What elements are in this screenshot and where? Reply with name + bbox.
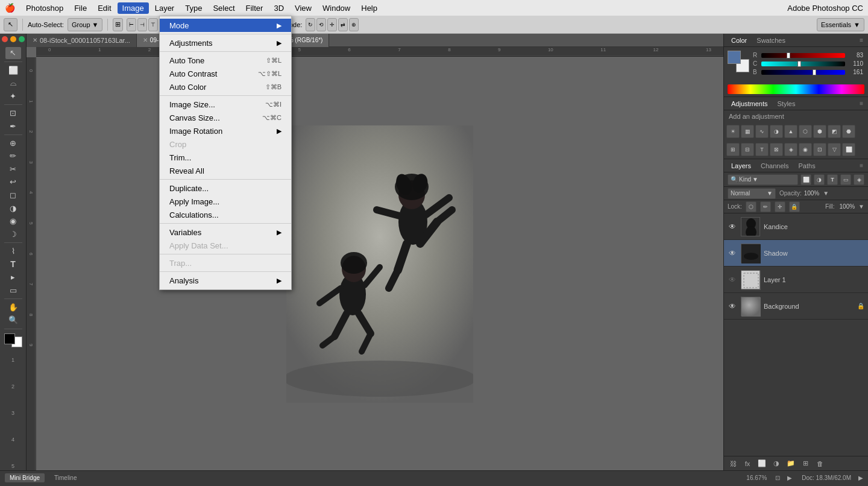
add-style-btn[interactable]: fx [742, 458, 753, 469]
adj-levels-btn[interactable]: ▦ [741, 125, 754, 138]
menu-layer[interactable]: Layer [150, 2, 180, 14]
text-tool[interactable]: T [5, 258, 21, 270]
align-right-btn[interactable]: ⊤ [148, 18, 158, 31]
maximize-btn[interactable] [19, 36, 25, 42]
adj-down-btn[interactable]: ▽ [828, 143, 841, 156]
layer-row-background[interactable]: 👁 Background � [724, 293, 868, 320]
canvas-toggle-btn[interactable]: ⊡ [775, 475, 780, 481]
b-slider-track[interactable] [761, 70, 845, 75]
zoom-tool[interactable]: 🔍 [5, 314, 21, 326]
transform-controls-btn[interactable]: ⊞ [113, 18, 123, 31]
move-tool[interactable]: ↖ [5, 47, 21, 59]
add-adjustment-layer-btn[interactable]: ◑ [771, 458, 782, 469]
menu-item-variables[interactable]: Variables ▶ [160, 226, 291, 239]
pen-tool[interactable]: ⌇ [5, 245, 21, 257]
menu-item-analysis[interactable]: Analysis ▶ [160, 274, 291, 287]
layer1-visibility-toggle[interactable]: 👁 [728, 275, 737, 285]
menu-type[interactable]: Type [180, 2, 207, 14]
gradient-tool[interactable]: ◑ [5, 202, 21, 214]
delete-layer-btn[interactable]: 🗑 [814, 458, 825, 469]
3d-rotate-btn[interactable]: ↻ [306, 18, 315, 31]
apple-menu[interactable]: 🍎 [5, 3, 15, 13]
foreground-color[interactable] [4, 333, 15, 344]
menu-item-canvas-size[interactable]: Canvas Size... ⌥⌘C [160, 111, 291, 124]
paths-tab[interactable]: Paths [796, 161, 818, 171]
color-tab[interactable]: Color [729, 36, 749, 45]
menu-view[interactable]: View [290, 2, 316, 14]
menu-file[interactable]: File [69, 2, 92, 14]
channels-tab[interactable]: Channels [758, 161, 791, 171]
menu-photoshop[interactable]: Photoshop [21, 2, 68, 14]
dodge-tool[interactable]: ☽ [5, 228, 21, 240]
r-slider-track[interactable] [761, 53, 845, 58]
menu-help[interactable]: Help [356, 2, 382, 14]
background-visibility-toggle[interactable]: 👁 [728, 301, 737, 311]
shape-tool[interactable]: ▭ [5, 284, 21, 296]
adj-exposure-btn[interactable]: ◑ [770, 125, 783, 138]
menu-item-apply-image[interactable]: Apply Image... [160, 195, 291, 208]
adjustments-tab[interactable]: Adjustments [729, 99, 770, 109]
adj-colorbalance-btn[interactable]: ⬢ [813, 125, 826, 138]
fill-value[interactable]: 100% [840, 203, 855, 210]
path-select-tool[interactable]: ▸ [5, 271, 21, 283]
adj-bw-btn[interactable]: ◩ [828, 125, 841, 138]
doc-tab-2-close[interactable]: ✕ [143, 37, 148, 43]
menu-item-image-size[interactable]: Image Size... ⌥⌘I [160, 98, 291, 111]
align-left-btn[interactable]: ⊢ [127, 18, 136, 31]
lock-pixels-btn[interactable]: ✏ [760, 201, 771, 212]
layer-kind-shape-btn[interactable]: ▭ [840, 174, 851, 185]
menu-3d[interactable]: 3D [269, 2, 289, 14]
layers-tab[interactable]: Layers [729, 161, 753, 171]
menu-item-reveal-all[interactable]: Reveal All [160, 164, 291, 177]
adj-threshold-btn[interactable]: ⊠ [770, 143, 783, 156]
lock-transparent-btn[interactable]: ⬡ [746, 201, 756, 212]
adj-vibrance-btn[interactable]: ▲ [784, 125, 797, 138]
brush-tool[interactable]: ✏ [5, 150, 21, 162]
panel-expand-icon[interactable]: ≡ [860, 37, 863, 43]
lock-all-btn[interactable]: 🔒 [789, 201, 800, 212]
adj-photo-btn[interactable]: ⬣ [842, 125, 855, 138]
adj-posterize-btn[interactable]: T [755, 143, 769, 156]
menu-item-image-rotation[interactable]: Image Rotation ▶ [160, 124, 291, 137]
layer-kind-type-btn[interactable]: T [827, 174, 838, 185]
adj-panel-expand[interactable]: ≡ [860, 100, 863, 107]
layer-filter-kind[interactable]: 🔍 Kind ▼ [728, 174, 798, 185]
lock-position-btn[interactable]: ✛ [775, 201, 785, 212]
menu-item-mode[interactable]: Mode ▶ [160, 19, 291, 32]
hand-tool[interactable]: ✋ [5, 301, 21, 314]
auto-select-group[interactable]: Group ▼ [68, 18, 102, 31]
menu-item-duplicate[interactable]: Duplicate... [160, 181, 291, 195]
align-center-btn[interactable]: ⊣ [137, 18, 147, 31]
timeline-tab[interactable]: Timeline [49, 473, 81, 482]
menu-edit[interactable]: Edit [93, 2, 116, 14]
c-slider-track[interactable] [761, 62, 845, 66]
c-slider-thumb[interactable] [797, 61, 801, 67]
layer-kind-smart-btn[interactable]: ◈ [854, 174, 864, 185]
menu-image[interactable]: Image [118, 2, 149, 14]
add-group-btn[interactable]: 📁 [785, 458, 796, 469]
minimize-btn[interactable] [10, 36, 16, 42]
canvas-arrow-btn[interactable]: ▶ [787, 475, 792, 481]
menu-item-calculations[interactable]: Calculations... [160, 208, 291, 221]
layer-row-layer1[interactable]: 👁 Layer 1 [724, 267, 868, 293]
new-layer-btn[interactable]: ⊞ [800, 458, 811, 469]
doc-tab-1[interactable]: ✕ 08-iStock_000011057163Lar... [27, 34, 137, 47]
menu-select[interactable]: Select [208, 2, 239, 14]
mini-bridge-tab[interactable]: Mini Bridge [5, 473, 45, 482]
doc-tab-1-close[interactable]: ✕ [33, 37, 37, 43]
menu-item-auto-color[interactable]: Auto Color ⇧⌘B [160, 80, 291, 93]
fg-bg-color-swatches[interactable] [728, 51, 749, 72]
foreground-color-swatch[interactable] [728, 51, 741, 64]
adj-invert-btn[interactable]: ⊟ [741, 143, 754, 156]
menu-item-auto-contrast[interactable]: Auto Contrast ⌥⇧⌘L [160, 67, 291, 80]
3d-slide-btn[interactable]: ⇄ [338, 18, 348, 31]
adj-selective-btn[interactable]: ◉ [799, 143, 812, 156]
adj-selectivecolor-btn[interactable]: ⊡ [813, 143, 826, 156]
styles-tab[interactable]: Styles [775, 99, 798, 109]
menu-item-auto-tone[interactable]: Auto Tone ⇧⌘L [160, 54, 291, 67]
foreground-background-colors[interactable] [4, 333, 22, 347]
move-tool-btn[interactable]: ↖ [4, 18, 17, 31]
kandice-visibility-toggle[interactable]: 👁 [728, 222, 737, 232]
doc-info-expand[interactable]: ▶ [858, 475, 863, 481]
opacity-value[interactable]: 100% [804, 190, 820, 197]
